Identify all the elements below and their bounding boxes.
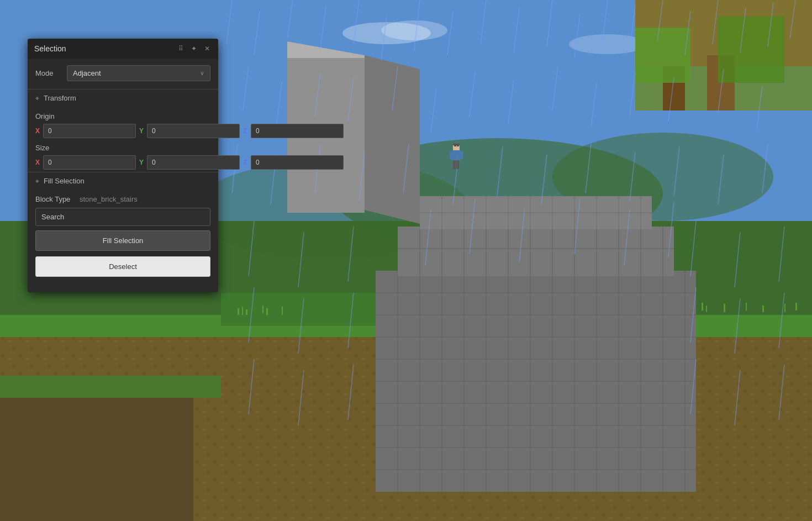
svg-line-156 — [735, 370, 740, 425]
origin-z-input[interactable] — [251, 124, 344, 138]
svg-line-95 — [481, 0, 486, 44]
mode-selected-value: Adjacent — [73, 69, 101, 77]
svg-rect-165 — [706, 306, 707, 312]
origin-x-input[interactable] — [43, 124, 136, 138]
origin-group: Origin X Y Z — [35, 112, 210, 138]
svg-rect-25 — [635, 0, 812, 110]
svg-line-143 — [690, 221, 696, 276]
svg-line-116 — [591, 83, 597, 127]
origin-y-field: Y — [139, 124, 240, 138]
svg-line-149 — [690, 287, 696, 343]
origin-y-input[interactable] — [147, 124, 240, 138]
svg-rect-23 — [0, 387, 193, 521]
svg-line-96 — [514, 8, 519, 52]
svg-rect-167 — [746, 303, 747, 311]
svg-line-132 — [718, 155, 724, 204]
svg-rect-28 — [707, 55, 735, 110]
svg-line-102 — [685, 11, 690, 55]
svg-line-118 — [668, 77, 674, 122]
svg-line-106 — [790, 0, 795, 39]
svg-point-32 — [552, 133, 773, 221]
svg-line-128 — [541, 155, 547, 204]
svg-line-115 — [552, 66, 558, 110]
block-type-value: stone_brick_stairs — [80, 195, 138, 203]
svg-line-91 — [354, 0, 359, 44]
transform-icon: ⌖ — [35, 94, 39, 102]
svg-rect-163 — [282, 307, 283, 315]
svg-line-157 — [779, 365, 784, 420]
svg-rect-162 — [266, 308, 268, 315]
svg-line-133 — [762, 144, 768, 193]
svg-line-109 — [315, 72, 320, 116]
svg-line-87 — [226, 0, 232, 44]
svg-line-110 — [348, 77, 354, 122]
size-z-input[interactable] — [251, 155, 344, 170]
svg-line-135 — [470, 199, 475, 254]
svg-rect-158 — [238, 308, 239, 315]
selection-panel: Selection ⠿ ✦ ✕ Mode Adjacent ∨ ⌖ Transf… — [28, 39, 218, 292]
svg-line-105 — [768, 3, 773, 47]
svg-line-130 — [630, 152, 635, 202]
svg-line-137 — [574, 199, 580, 254]
mode-dropdown[interactable]: Adjacent ∨ — [67, 65, 210, 81]
svg-line-131 — [674, 146, 679, 196]
deselect-button[interactable]: Deselect — [35, 256, 210, 277]
svg-line-147 — [298, 298, 304, 354]
svg-rect-175 — [453, 160, 456, 169]
move-icon[interactable]: ⠿ — [176, 44, 185, 53]
close-icon[interactable]: ✕ — [203, 44, 212, 53]
svg-line-89 — [287, 0, 293, 39]
svg-line-120 — [757, 86, 762, 130]
svg-line-103 — [713, 0, 718, 44]
size-y-input[interactable] — [147, 155, 240, 170]
svg-rect-173 — [450, 151, 453, 159]
fill-section-header: ⌖ Fill Selection — [28, 172, 218, 190]
svg-line-144 — [735, 232, 740, 287]
y-axis-label: Y — [139, 127, 145, 135]
size-z-axis-label: Z — [243, 159, 249, 166]
size-z-field: Z — [243, 155, 344, 170]
size-x-input[interactable] — [43, 155, 136, 170]
origin-x-field: X — [35, 124, 136, 138]
svg-line-94 — [447, 11, 453, 55]
chevron-down-icon: ∨ — [200, 70, 204, 77]
panel-header: Selection ⠿ ✦ ✕ — [28, 39, 218, 59]
svg-line-98 — [574, 14, 580, 58]
svg-rect-164 — [702, 303, 703, 311]
svg-line-90 — [320, 6, 326, 50]
svg-line-119 — [718, 69, 724, 113]
svg-line-125 — [403, 144, 409, 193]
svg-rect-177 — [453, 144, 460, 145]
svg-line-101 — [657, 0, 663, 41]
svg-line-126 — [453, 155, 458, 204]
svg-rect-21 — [0, 315, 812, 337]
pin-icon[interactable]: ✦ — [189, 44, 198, 53]
svg-rect-30 — [718, 17, 784, 83]
origin-inputs: X Y Z — [35, 124, 210, 138]
svg-rect-159 — [242, 307, 243, 315]
size-inputs: X Y Z — [35, 155, 210, 170]
size-y-axis-label: Y — [139, 159, 145, 166]
size-group: Size X Y Z — [35, 144, 210, 170]
svg-line-107 — [243, 66, 249, 110]
svg-rect-75 — [420, 196, 652, 229]
fill-selection-button[interactable]: Fill Selection — [35, 230, 210, 251]
search-input[interactable] — [35, 208, 210, 226]
svg-line-155 — [690, 359, 696, 414]
svg-line-138 — [624, 210, 630, 265]
svg-rect-22 — [221, 293, 608, 326]
svg-rect-24 — [0, 376, 221, 398]
svg-rect-179 — [457, 145, 459, 146]
svg-line-92 — [381, 17, 387, 61]
svg-marker-34 — [287, 41, 365, 72]
z-axis-label: Z — [243, 127, 249, 135]
svg-marker-36 — [365, 55, 420, 224]
svg-line-145 — [779, 227, 784, 282]
x-axis-label: X — [35, 127, 41, 135]
svg-rect-172 — [452, 150, 461, 160]
svg-line-151 — [779, 293, 784, 348]
size-x-axis-label: X — [35, 159, 41, 166]
svg-line-142 — [348, 227, 354, 282]
panel-title: Selection — [34, 44, 66, 53]
svg-point-15 — [342, 22, 431, 44]
